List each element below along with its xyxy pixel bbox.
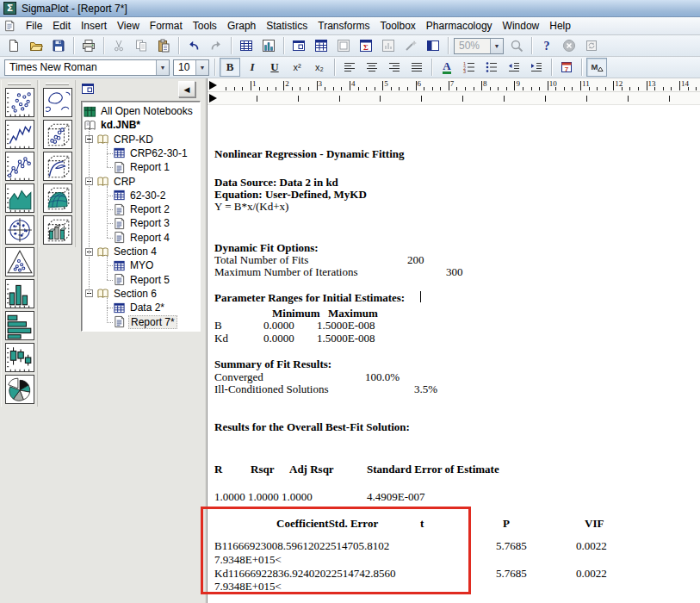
print-button[interactable]	[78, 36, 99, 55]
menu-statistics[interactable]: Statistics	[261, 18, 313, 34]
menu-format[interactable]: Format	[145, 18, 188, 34]
report-window-button[interactable]: Σ	[356, 36, 376, 55]
align-center-button[interactable]	[362, 58, 382, 77]
superscript-button[interactable]: x²	[287, 58, 307, 77]
new-file-button[interactable]	[3, 36, 24, 55]
toolbar-grip[interactable]	[46, 83, 69, 85]
toolbar-grip[interactable]	[8, 83, 31, 85]
notebook-tree-item-data-2[interactable]: Data 2*	[113, 301, 166, 314]
notebook-tree-item-all-open-notebooks[interactable]: All Open Notebooks	[84, 104, 195, 118]
notebook-tree-item-report-7[interactable]: Report 7*	[113, 315, 177, 329]
menu-tools[interactable]: Tools	[188, 18, 222, 34]
report-child-icon	[3, 20, 15, 32]
save-button[interactable]	[48, 36, 69, 55]
collapse-panel-button[interactable]: ◀	[178, 81, 195, 97]
paste-button[interactable]	[153, 36, 174, 55]
chevron-down-icon[interactable]: ▼	[156, 60, 169, 75]
ruler-number: 9	[516, 79, 520, 88]
tab-ruler[interactable]	[208, 92, 700, 105]
line-plot-button[interactable]	[5, 120, 34, 149]
subscript-button[interactable]: x₂	[309, 58, 330, 77]
font-color-button[interactable]: A	[437, 58, 457, 77]
vertical-bar-chart-icon	[6, 280, 34, 308]
align-justify-button[interactable]	[406, 58, 427, 77]
contour-plot-button[interactable]	[43, 88, 72, 117]
report-line-5: 200	[407, 253, 424, 267]
scatter-plot-button[interactable]	[5, 88, 34, 117]
decrease-indent-button[interactable]	[504, 58, 524, 77]
menu-window[interactable]: Window	[498, 18, 545, 34]
polar-plot-button[interactable]	[5, 215, 34, 245]
stop-icon	[562, 39, 576, 53]
symbol-mode-button[interactable]: M	[586, 58, 607, 77]
font-family-select[interactable]: Times New Roman ▼	[4, 59, 170, 76]
3d-bar-chart-button[interactable]	[43, 215, 72, 245]
italic-button[interactable]: I	[242, 58, 263, 77]
menu-edit[interactable]: Edit	[47, 18, 76, 34]
chevron-down-icon[interactable]: ▼	[195, 60, 208, 75]
tab-stop-tick	[586, 96, 587, 102]
box-plot-button[interactable]	[5, 343, 34, 372]
menu-help[interactable]: Help	[544, 18, 576, 34]
notebook-tree-item-report-5[interactable]: Report 5	[113, 273, 171, 287]
align-right-button[interactable]	[384, 58, 405, 77]
line-scatter-plot-button[interactable]	[5, 152, 34, 181]
3d-line-plot-button[interactable]	[43, 152, 72, 181]
menu-toolbox[interactable]: Toolbox	[375, 18, 420, 34]
bullet-list-button[interactable]	[481, 58, 502, 77]
view-toggle-button[interactable]	[423, 36, 443, 55]
notebook-tree-item-myo[interactable]: MYO	[113, 258, 155, 272]
horizontal-bar-chart-button[interactable]	[5, 311, 34, 340]
vertical-bar-chart-button[interactable]	[5, 279, 34, 308]
ruler-major-tick	[317, 81, 318, 90]
undo-button[interactable]	[183, 36, 204, 55]
menu-pharmacology[interactable]: Pharmacology	[421, 18, 498, 34]
numbered-list-button[interactable]: 123	[459, 58, 480, 77]
3d-scatter-plot-button[interactable]	[43, 120, 72, 149]
notebook-tree-item-section-6[interactable]: Section 6	[85, 287, 158, 301]
3d-mesh-plot-button[interactable]	[43, 183, 72, 213]
font-size-select[interactable]: 10 ▼	[173, 59, 209, 76]
ruler-major-tick	[580, 81, 581, 90]
ternary-plot-button[interactable]	[5, 247, 34, 277]
menu-view[interactable]: View	[112, 18, 145, 34]
horizontal-ruler[interactable]: 1234567891011121314	[208, 78, 700, 92]
notebook-tree-item-crp-kd[interactable]: CRP-KD	[85, 133, 155, 146]
insert-date-button[interactable]: 7	[556, 58, 577, 77]
notebook-tree-item-62-30-2[interactable]: 62-30-2	[113, 189, 167, 202]
indent-marker[interactable]	[209, 81, 217, 90]
magnifier-icon	[510, 39, 523, 53]
notebook-manager-button[interactable]	[288, 36, 309, 55]
menu-graph[interactable]: Graph	[222, 18, 261, 34]
open-file-button[interactable]	[26, 36, 46, 55]
notebook-tree-item-report-2[interactable]: Report 2	[113, 202, 171, 216]
increase-indent-button[interactable]	[526, 58, 547, 77]
pie-chart-button[interactable]	[5, 375, 34, 404]
notebook-tree-item-kd-jnb[interactable]: kd.JNB*	[84, 118, 142, 132]
notebook-tree-item-crp[interactable]: CRP	[85, 175, 137, 189]
notebook-tree-item-section-4[interactable]: Section 4	[85, 245, 158, 258]
menu-insert[interactable]: Insert	[76, 18, 112, 34]
worksheet-window-button[interactable]	[311, 36, 331, 55]
report-line-18: 5.7685	[496, 539, 527, 553]
align-left-button[interactable]	[339, 58, 360, 77]
ruler-number: 4	[351, 79, 356, 88]
notebook-tree-item-report-4[interactable]: Report 4	[113, 231, 171, 245]
notebook-tree-item-report-3[interactable]: Report 3	[113, 216, 171, 230]
menu-file[interactable]: File	[21, 18, 47, 34]
bold-button[interactable]: B	[220, 58, 240, 77]
tree-guide-line	[107, 223, 113, 224]
tab-marker[interactable]	[209, 94, 217, 103]
notebook-tree-item-crp62-30-1[interactable]: CRP62-30-1	[113, 146, 189, 160]
menu-transforms[interactable]: Transforms	[313, 18, 375, 34]
tree-item-label: Report 7*	[128, 315, 177, 329]
new-graph-button[interactable]	[258, 36, 279, 55]
notebook-tree-item-report-1[interactable]: Report 1	[113, 160, 171, 174]
report-line-17: VIF	[585, 517, 604, 531]
new-worksheet-button[interactable]	[236, 36, 257, 55]
help-button[interactable]: ?	[536, 36, 557, 55]
underline-button[interactable]: U	[264, 58, 285, 77]
ruler-major-tick	[481, 81, 482, 90]
svg-text:Σ: Σ	[363, 43, 369, 52]
area-plot-button[interactable]	[5, 183, 34, 213]
